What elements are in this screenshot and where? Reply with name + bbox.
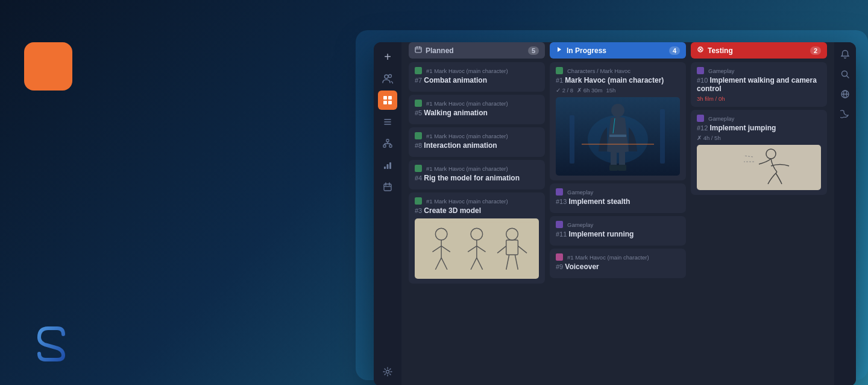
card-title: #11 Implement running bbox=[556, 230, 680, 238]
card-parent-label: #1 Mark Havoc (main character) bbox=[415, 67, 539, 74]
svg-rect-16 bbox=[384, 167, 386, 169]
svg-rect-18 bbox=[389, 162, 391, 169]
card-parent-label: #1 Mark Havoc (main character) bbox=[415, 100, 539, 107]
card-parent-label: Gameplay bbox=[697, 67, 821, 74]
svg-rect-49 bbox=[570, 115, 574, 164]
svg-rect-62 bbox=[711, 145, 807, 190]
svg-point-51 bbox=[611, 104, 624, 117]
card-title: #13 Implement stealth bbox=[556, 197, 680, 206]
svg-rect-4 bbox=[383, 101, 387, 104]
svg-rect-5 bbox=[388, 101, 392, 104]
brand-icon bbox=[24, 42, 72, 91]
column-icon-planned bbox=[415, 46, 422, 55]
svg-rect-52 bbox=[609, 135, 626, 137]
board-sidebar-icon[interactable] bbox=[378, 91, 397, 110]
svg-rect-50 bbox=[660, 109, 665, 164]
task-card[interactable]: Gameplay #11 Implement running bbox=[550, 216, 686, 246]
card-title: #1 Mark Havoc (main character) bbox=[556, 76, 680, 84]
column-cards-testing: Gameplay #10 Implement walking and camer… bbox=[691, 62, 827, 381]
svg-rect-17 bbox=[387, 164, 389, 169]
column-icon-testing bbox=[697, 46, 704, 55]
card-meta: 3h film / 0h bbox=[697, 95, 821, 102]
card-title: #4 Rig the model for animation bbox=[415, 174, 539, 182]
task-card[interactable]: #1 Mark Havoc (main character) #7 Combat… bbox=[409, 62, 545, 92]
svg-point-1 bbox=[389, 75, 392, 78]
task-card[interactable]: Characters / Mark Havoc #1 Mark Havoc (m… bbox=[550, 62, 686, 180]
notification-icon[interactable] bbox=[840, 49, 850, 61]
svg-rect-2 bbox=[383, 96, 387, 100]
board-columns: Planned 5 #1 Mark Havoc (main character)… bbox=[401, 42, 834, 385]
card-title: #5 Walking animation bbox=[415, 109, 539, 117]
task-card[interactable]: #1 Mark Havoc (main character) #5 Walkin… bbox=[409, 95, 545, 124]
card-title: #3 Create 3D model bbox=[415, 206, 539, 215]
column-planned: Planned 5 #1 Mark Havoc (main character)… bbox=[409, 42, 545, 381]
search-icon[interactable] bbox=[840, 69, 850, 81]
card-parent-label: #1 Mark Havoc (main character) bbox=[556, 253, 680, 261]
column-icon-inprogress bbox=[556, 46, 563, 55]
list-sidebar-icon[interactable] bbox=[378, 112, 397, 132]
card-title: #10 Implement walking and camera control bbox=[697, 76, 821, 93]
card-parent-label: Characters / Mark Havoc bbox=[556, 67, 680, 74]
column-label-inprogress: In Progress bbox=[567, 46, 606, 55]
svg-rect-55 bbox=[609, 165, 618, 171]
card-parent-label: #1 Mark Havoc (main character) bbox=[415, 165, 539, 172]
svg-rect-56 bbox=[618, 165, 626, 171]
hierarchy-sidebar-icon[interactable] bbox=[378, 134, 397, 153]
card-parent-label: Gameplay bbox=[556, 221, 680, 228]
sidebar: + bbox=[374, 42, 401, 385]
svg-rect-3 bbox=[388, 96, 392, 100]
svg-rect-19 bbox=[384, 184, 391, 191]
svg-rect-10 bbox=[383, 145, 386, 147]
task-card[interactable]: Gameplay #10 Implement walking and camer… bbox=[691, 62, 827, 107]
svg-rect-24 bbox=[415, 47, 421, 52]
task-card[interactable]: #1 Mark Havoc (main character) #3 Create… bbox=[409, 192, 545, 284]
column-cards-inprogress: Characters / Mark Havoc #1 Mark Havoc (m… bbox=[550, 62, 686, 381]
right-icons bbox=[834, 42, 856, 385]
users-sidebar-icon[interactable] bbox=[378, 69, 397, 88]
column-header-testing: Testing 2 bbox=[691, 42, 827, 59]
column-inprogress: In Progress 4 Characters / Mark Havoc #1… bbox=[550, 42, 686, 381]
s-logo bbox=[30, 322, 72, 367]
column-testing: Testing 2 Gameplay #10 Implement walking… bbox=[691, 42, 827, 381]
board-area: Planned 5 #1 Mark Havoc (main character)… bbox=[401, 42, 834, 385]
column-count-testing: 2 bbox=[810, 46, 821, 55]
column-label-planned: Planned bbox=[426, 46, 454, 55]
moon-icon[interactable] bbox=[840, 109, 850, 121]
svg-line-67 bbox=[847, 76, 849, 78]
column-cards-planned: #1 Mark Havoc (main character) #7 Combat… bbox=[409, 62, 545, 381]
svg-rect-9 bbox=[386, 139, 389, 142]
column-count-inprogress: 4 bbox=[669, 46, 680, 55]
card-meta: ✓ 2 / 8 ✗ 6h 30m 15h bbox=[556, 87, 680, 94]
chart-sidebar-icon[interactable] bbox=[378, 156, 397, 175]
card-parent-label: #1 Mark Havoc (main character) bbox=[415, 197, 539, 205]
card-parent-label: #1 Mark Havoc (main character) bbox=[415, 132, 539, 139]
calendar-sidebar-icon[interactable] bbox=[378, 177, 397, 197]
task-card[interactable]: Gameplay #13 Implement stealth bbox=[550, 183, 686, 213]
task-card[interactable]: #1 Mark Havoc (main character) #9 Voiceo… bbox=[550, 249, 686, 278]
task-card[interactable]: #1 Mark Havoc (main character) #4 Rig th… bbox=[409, 160, 545, 189]
app-panel: + bbox=[374, 42, 856, 385]
card-parent-label: Gameplay bbox=[697, 115, 821, 122]
card-meta: ✗ 4h / 5h bbox=[697, 135, 821, 141]
column-header-inprogress: In Progress 4 bbox=[550, 42, 686, 59]
card-title: #7 Combat animation bbox=[415, 76, 539, 84]
globe-icon[interactable] bbox=[840, 89, 850, 101]
add-button[interactable]: + bbox=[378, 47, 397, 66]
svg-point-23 bbox=[386, 371, 389, 374]
column-label-testing: Testing bbox=[708, 46, 733, 55]
card-title: #8 Interaction animation bbox=[415, 141, 539, 150]
task-card[interactable]: #1 Mark Havoc (main character) #8 Intera… bbox=[409, 127, 545, 157]
column-header-planned: Planned 5 bbox=[409, 42, 545, 59]
card-title: #9 Voiceover bbox=[556, 262, 680, 271]
settings-sidebar-icon[interactable] bbox=[378, 362, 397, 381]
card-title: #12 Implement jumping bbox=[697, 124, 821, 132]
card-parent-label: Gameplay bbox=[556, 188, 680, 196]
svg-point-0 bbox=[385, 75, 388, 78]
svg-rect-11 bbox=[389, 145, 392, 147]
task-card[interactable]: Gameplay #12 Implement jumping ✗ 4h / 5h bbox=[691, 110, 827, 195]
column-count-planned: 5 bbox=[528, 46, 539, 55]
